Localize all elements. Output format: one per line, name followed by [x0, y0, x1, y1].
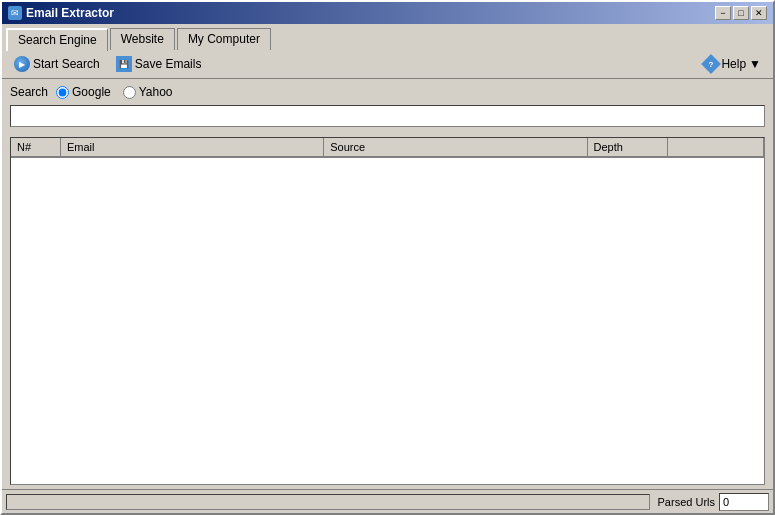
main-content: N# Email Source Depth [2, 133, 773, 489]
title-bar: ✉ Email Extractor − □ ✕ [2, 2, 773, 24]
title-buttons: − □ ✕ [715, 6, 767, 20]
search-engine-radio-group: Google Yahoo [56, 85, 173, 99]
progress-bar [6, 494, 650, 510]
window-title: Email Extractor [26, 6, 114, 20]
col-header-n: N# [11, 138, 61, 157]
search-label: Search [10, 85, 48, 99]
google-radio[interactable] [56, 86, 69, 99]
toolbar: ▶ Start Search 💾 Save Emails ? Help ▼ [2, 50, 773, 79]
yahoo-radio[interactable] [123, 86, 136, 99]
col-header-extra [668, 138, 764, 157]
window-icon: ✉ [8, 6, 22, 20]
help-button[interactable]: ? Help ▼ [700, 55, 765, 73]
col-header-email: Email [61, 138, 324, 157]
toolbar-right: ? Help ▼ [700, 55, 765, 73]
search-input[interactable] [10, 105, 765, 127]
toolbar-left: ▶ Start Search 💾 Save Emails [10, 54, 205, 74]
search-row: Search Google Yahoo [2, 79, 773, 103]
title-bar-left: ✉ Email Extractor [8, 6, 114, 20]
tab-search-engine[interactable]: Search Engine [6, 28, 108, 51]
col-header-depth: Depth [588, 138, 668, 157]
google-radio-option[interactable]: Google [56, 85, 111, 99]
parsed-urls-input[interactable] [719, 493, 769, 511]
maximize-button[interactable]: □ [733, 6, 749, 20]
tab-my-computer[interactable]: My Computer [177, 28, 271, 50]
tabs-bar: Search Engine Website My Computer [2, 24, 773, 50]
save-emails-icon: 💾 [116, 56, 132, 72]
start-search-button[interactable]: ▶ Start Search [10, 54, 104, 74]
yahoo-radio-option[interactable]: Yahoo [123, 85, 173, 99]
col-header-source: Source [324, 138, 587, 157]
close-button[interactable]: ✕ [751, 6, 767, 20]
status-bar: Parsed Urls [2, 489, 773, 513]
tab-website[interactable]: Website [110, 28, 175, 50]
table-header: N# Email Source Depth [11, 138, 764, 158]
results-table: N# Email Source Depth [10, 137, 765, 485]
minimize-button[interactable]: − [715, 6, 731, 20]
save-emails-button[interactable]: 💾 Save Emails [112, 54, 206, 74]
search-input-row [2, 103, 773, 133]
help-icon: ? [702, 54, 722, 74]
start-search-icon: ▶ [14, 56, 30, 72]
table-body [11, 158, 764, 484]
main-window: ✉ Email Extractor − □ ✕ Search Engine We… [0, 0, 775, 515]
parsed-urls-label: Parsed Urls [658, 496, 715, 508]
